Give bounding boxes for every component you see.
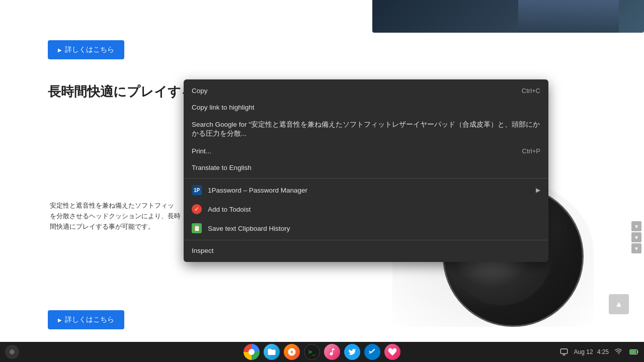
search-google-label: Search Google for "安定性と遮音性を兼ね備えたソフトフィットレ… xyxy=(192,120,540,138)
menu-divider-1 xyxy=(184,178,548,178)
person-image xyxy=(518,0,619,33)
1password-icon: 1P xyxy=(192,185,202,195)
context-menu-todoist[interactable]: ✓ Add to Todoist xyxy=(184,200,548,219)
taskbar-wifi-icon[interactable] xyxy=(614,347,624,357)
taskbar-datetime: Aug 12 4:25 xyxy=(574,348,609,355)
scroll-btn-1[interactable]: ▼ xyxy=(631,221,641,231)
context-menu-clipboard[interactable]: 📋 Save text Clipboard History xyxy=(184,219,548,238)
details-button-2[interactable]: 詳しくはこちら xyxy=(48,310,124,329)
taskbar-files-icon[interactable] xyxy=(264,344,280,360)
details-button-area-2: 詳しくはこちら xyxy=(48,310,124,329)
context-menu-1password[interactable]: 1P 1Password – Password Manager ▶ xyxy=(184,180,548,200)
svg-rect-0 xyxy=(560,349,567,353)
taskbar-music-icon[interactable] xyxy=(324,344,340,360)
1password-label: 1Password – Password Manager xyxy=(208,187,530,194)
translate-label: Translate to English xyxy=(192,164,540,171)
taskbar-app8-icon[interactable] xyxy=(384,344,400,360)
details-button-1[interactable]: 詳しくはこちら xyxy=(48,40,124,59)
taskbar-terminal-icon[interactable]: >_ xyxy=(304,344,320,360)
launcher-dot xyxy=(10,349,15,354)
context-menu-copy-link[interactable]: Copy link to highlight xyxy=(184,99,548,116)
clipboard-icon: 📋 xyxy=(192,223,202,233)
details-button-area-1: 詳しくはこちら xyxy=(48,40,124,59)
1password-arrow-icon: ▶ xyxy=(536,187,540,194)
back-to-top-button[interactable]: ▲ xyxy=(609,294,629,314)
context-menu-search-google[interactable]: Search Google for "安定性と遮音性を兼ね備えたソフトフィットレ… xyxy=(184,116,548,143)
taskbar-vscode-icon[interactable] xyxy=(364,344,380,360)
context-menu-inspect[interactable]: Inspect xyxy=(184,242,548,259)
body-text-line2: を分散させるヘッドクッションにより、長時間快適にプレイする事が可能です。 xyxy=(50,212,181,230)
context-menu-copy[interactable]: Copy Ctrl+C xyxy=(184,82,548,99)
svg-rect-3 xyxy=(630,350,636,354)
copy-link-label: Copy link to highlight xyxy=(192,104,540,111)
context-menu-print[interactable]: Print... Ctrl+P xyxy=(184,143,548,159)
menu-divider-2 xyxy=(184,240,548,240)
body-text-line1: 安定性と遮音性を兼ね備えたソフトフィッ xyxy=(50,202,174,209)
taskbar: >_ xyxy=(0,342,644,362)
copy-shortcut: Ctrl+C xyxy=(522,87,540,95)
taskbar-left xyxy=(5,345,19,359)
svg-rect-2 xyxy=(637,351,638,353)
taskbar-app-icons: >_ xyxy=(244,344,400,360)
taskbar-launcher[interactable] xyxy=(5,345,19,359)
taskbar-date: Aug 12 xyxy=(574,348,593,355)
taskbar-battery-icon[interactable] xyxy=(629,347,639,357)
clipboard-label: Save text Clipboard History xyxy=(208,225,540,232)
context-menu: Copy Ctrl+C Copy link to highlight Searc… xyxy=(184,79,548,262)
taskbar-chrome-icon[interactable] xyxy=(244,344,260,360)
page-body-text: 安定性と遮音性を兼ね備えたソフトフィッ を分散させるヘッドクッションにより、長時… xyxy=(48,199,189,234)
taskbar-time: 4:25 xyxy=(597,348,609,355)
taskbar-tray-icon[interactable] xyxy=(559,347,569,357)
taskbar-status-area: Aug 12 4:25 xyxy=(559,347,639,357)
todoist-label: Add to Todoist xyxy=(208,206,540,213)
print-label: Print... xyxy=(192,147,522,155)
taskbar-twitter-icon[interactable] xyxy=(344,344,360,360)
inspect-label: Inspect xyxy=(192,247,540,254)
scroll-btn-2[interactable]: ▼ xyxy=(631,232,641,242)
context-menu-translate[interactable]: Translate to English xyxy=(184,159,548,176)
scrollbar: ▼ ▼ ▼ xyxy=(631,221,641,253)
scroll-btn-3[interactable]: ▼ xyxy=(631,243,641,253)
todoist-icon: ✓ xyxy=(192,204,202,214)
print-shortcut: Ctrl+P xyxy=(522,147,540,155)
top-hero-image xyxy=(372,0,644,33)
copy-label: Copy xyxy=(192,87,522,95)
page-background: 詳しくはこちら 長時間快適にプレイするた 安定性と遮音性を兼ね備えたソフトフィッ… xyxy=(0,0,644,342)
taskbar-app3-icon[interactable] xyxy=(284,344,300,360)
